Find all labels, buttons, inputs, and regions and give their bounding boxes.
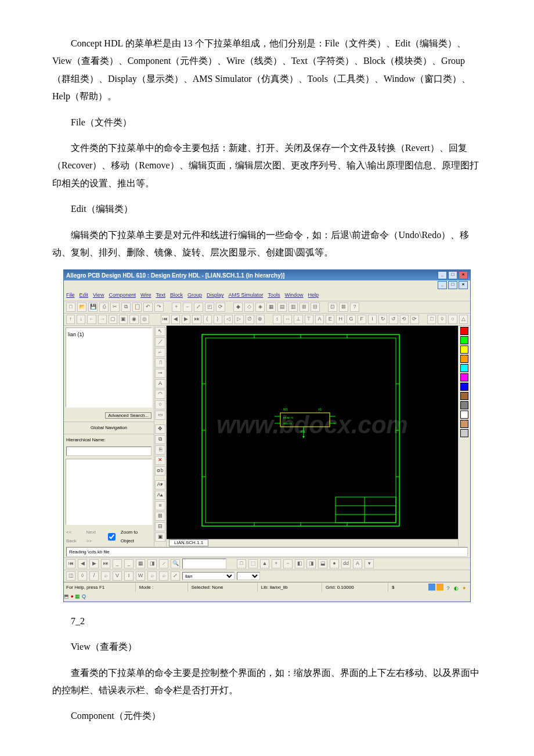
tool-icon[interactable]: A (315, 315, 324, 324)
tray-icon[interactable]: ▦ (75, 593, 80, 599)
tool-icon[interactable]: ◊ (438, 315, 446, 324)
menu-window[interactable]: Window (285, 290, 304, 300)
color-swatch-yellow[interactable] (460, 345, 468, 354)
tool-icon[interactable]: ◊ (78, 571, 87, 581)
tool-icon[interactable]: ▦ (136, 559, 145, 568)
mdi-close[interactable]: × (459, 281, 468, 289)
tool-icon[interactable]: ▾ (365, 559, 374, 568)
sheet-tab[interactable]: LIAN.SCH.1.1 (169, 539, 208, 546)
wire-icon[interactable]: ／ (155, 337, 165, 347)
tool-icon[interactable]: ◇ (244, 303, 254, 312)
first-page-icon[interactable]: ⏮ (66, 559, 75, 568)
tool-icon[interactable]: ⬓ (318, 559, 327, 568)
print-icon[interactable]: ⎙ (99, 303, 109, 312)
bus-icon[interactable]: ⌐ (155, 348, 165, 357)
color-swatch-tan[interactable] (460, 420, 468, 428)
tool-icon[interactable]: ◎ (140, 315, 149, 324)
secondary-combo[interactable] (237, 572, 260, 580)
navigation-list[interactable] (66, 459, 152, 525)
menu-help[interactable]: Help (308, 290, 319, 300)
zoom-out-icon[interactable]: − (183, 303, 192, 312)
arc-icon[interactable]: ◠ (155, 390, 165, 399)
help-icon[interactable]: ? (350, 303, 359, 312)
zoom-window-icon[interactable]: ◰ (205, 303, 214, 312)
color-swatch-cyan[interactable] (460, 364, 468, 372)
new-icon[interactable]: □ (66, 303, 75, 312)
tool-icon[interactable]: ⌕ (101, 571, 110, 581)
tool-icon[interactable]: H (336, 315, 345, 324)
tool-icon[interactable]: ↻ (378, 315, 387, 324)
tool-icon[interactable]: ⤢ (171, 571, 180, 581)
menu-text[interactable]: Text (156, 290, 165, 300)
tool-icon[interactable]: ⊟ (311, 303, 320, 312)
project-tree[interactable]: lian (1) (66, 327, 152, 408)
tool-icon[interactable]: ▲ (260, 559, 269, 568)
tool-icon[interactable]: ⊗ (256, 315, 265, 324)
tool-icon[interactable]: ◁ (224, 315, 233, 324)
color-swatch-magenta[interactable] (460, 373, 468, 381)
advanced-search-button[interactable]: Advanced Search... (105, 412, 151, 419)
menu-group[interactable]: Group (187, 290, 202, 300)
paste-icon[interactable]: 📋 (132, 303, 142, 312)
tool-icon[interactable]: ⟋ (159, 559, 168, 568)
paste-icon[interactable]: ⎘ (155, 445, 165, 455)
tool-icon[interactable]: ◆ (233, 303, 243, 312)
schematic-canvas[interactable]: W1 V1 EN A0 Y0 GND Y1 EN www.bdocx.com L… (167, 326, 458, 546)
close-button[interactable]: × (459, 271, 468, 279)
tool-icon[interactable]: ↺ (389, 315, 398, 324)
net-icon[interactable]: ⎍ (155, 358, 165, 368)
nav-icon[interactable]: ↓ (77, 315, 85, 324)
tool-icon[interactable]: ↕ (273, 315, 282, 324)
menu-wire[interactable]: Wire (140, 290, 151, 300)
menu-edit[interactable]: Edit (80, 290, 89, 300)
maximize-button[interactable]: □ (448, 271, 457, 279)
tool-icon[interactable]: _ (113, 559, 122, 568)
tool-icon[interactable]: ⟩ (214, 315, 222, 324)
tray-icon[interactable]: ⬒ (64, 593, 69, 599)
tool-icon[interactable]: G (347, 315, 355, 324)
redo-icon[interactable]: ↷ (154, 303, 164, 312)
nav-back-button[interactable]: << Back (66, 528, 83, 545)
rect-icon[interactable]: ▭ (155, 411, 165, 420)
tray-icon[interactable]: ● (71, 593, 74, 599)
nav-icon[interactable]: ← (87, 315, 96, 324)
tray-icon[interactable] (428, 584, 435, 591)
tool-icon[interactable]: A (353, 559, 362, 568)
menu-display[interactable]: Display (207, 290, 224, 300)
copy-icon[interactable]: ⧉ (155, 435, 165, 444)
tool-icon[interactable]: ◧ (295, 559, 304, 568)
group-icon[interactable]: ⊞ (155, 512, 165, 521)
tool-icon[interactable]: V (113, 571, 122, 581)
tool-icon[interactable]: / (89, 571, 99, 581)
tool-icon[interactable]: I (368, 315, 377, 324)
save-icon[interactable]: 💾 (88, 303, 98, 312)
align-icon[interactable]: ≡ (155, 501, 165, 510)
search-icon[interactable]: 🔍 (171, 559, 180, 568)
tray-icon[interactable]: ? (445, 584, 452, 591)
last-page-icon[interactable]: ⏭ (101, 559, 110, 568)
color-swatch-white[interactable] (460, 411, 468, 419)
copy-icon[interactable]: ⧉ (121, 303, 131, 312)
tool-icon[interactable]: ◉ (129, 315, 138, 324)
refresh-icon[interactable]: ⟳ (216, 303, 225, 312)
tool-icon[interactable]: ▣ (119, 315, 128, 324)
nav-icon[interactable]: ↑ (66, 315, 75, 324)
tool-icon[interactable]: ◨ (306, 559, 316, 568)
tool-icon[interactable]: ▤ (277, 303, 287, 312)
zoom-to-object-checkbox[interactable] (108, 533, 116, 541)
prev-icon[interactable]: ◀ (171, 315, 180, 324)
menu-file[interactable]: File (66, 290, 75, 300)
tool-icon[interactable]: _ (124, 559, 134, 568)
ungroup-icon[interactable]: ⊟ (155, 522, 165, 531)
text-smaller-icon[interactable]: A▾ (155, 480, 165, 489)
color-swatch-lightgray[interactable] (460, 429, 468, 437)
tool-icon[interactable]: ⟲ (400, 315, 409, 324)
color-swatch-brown[interactable] (460, 392, 468, 400)
mdi-maximize[interactable]: □ (448, 281, 457, 289)
delete-icon[interactable]: ✕ (155, 456, 165, 465)
tool-icon[interactable]: I (124, 571, 134, 581)
next-icon[interactable]: ▶ (182, 315, 190, 324)
tray-icon[interactable]: ◐ (453, 584, 460, 591)
undo-icon[interactable]: ↶ (143, 303, 153, 312)
nav-icon[interactable]: → (98, 315, 107, 324)
